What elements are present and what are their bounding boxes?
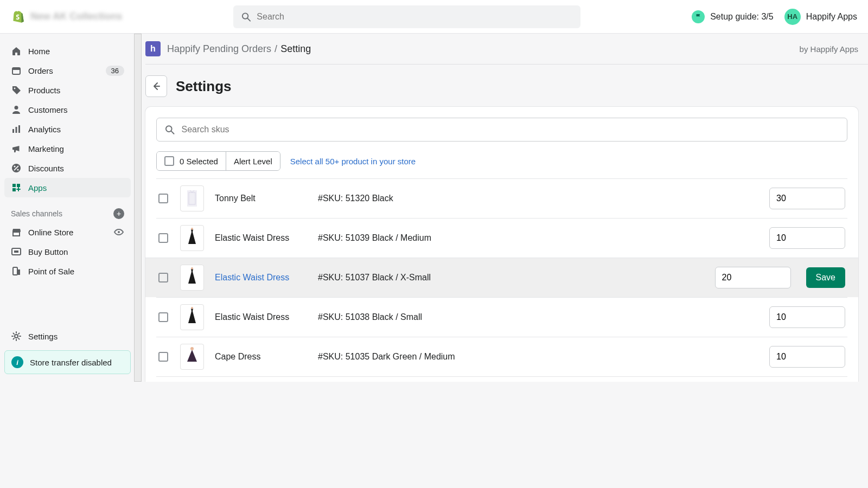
settings-card: 0 Selected Alert Level Select all 50+ pr… <box>145 107 858 382</box>
add-channel-button[interactable]: + <box>113 208 124 219</box>
gear-icon <box>11 331 22 342</box>
checkbox-icon[interactable] <box>164 156 174 166</box>
product-row: Elastic Waist Dress #SKU: 51037 Black / … <box>145 258 858 297</box>
alert-level-button[interactable]: Alert Level <box>226 152 280 170</box>
row-checkbox[interactable] <box>158 194 168 203</box>
row-checkbox[interactable] <box>158 352 168 362</box>
row-checkbox[interactable] <box>158 273 168 282</box>
orders-icon <box>11 65 22 76</box>
nav-badge: 36 <box>106 66 124 76</box>
channel-item-label: Online Store <box>28 228 73 237</box>
sidebar-item-label: Analytics <box>28 125 61 134</box>
sidebar-item-settings[interactable]: Settings <box>4 326 131 346</box>
sidebar-item-orders[interactable]: Orders36 <box>4 61 131 80</box>
sales-channels-label: Sales channels <box>11 209 62 218</box>
global-search[interactable] <box>233 5 580 28</box>
sku-search-input[interactable] <box>182 125 840 134</box>
selected-count-label: 0 Selected <box>180 157 218 166</box>
qty-input[interactable] <box>715 267 791 288</box>
product-sku: #SKU: 51038 Black / Small <box>318 312 769 322</box>
setup-guide-text: Setup guide: 3/5 <box>710 12 774 22</box>
by-line: by Happify Apps <box>800 44 858 54</box>
channel-item-label: Point of Sale <box>28 267 74 276</box>
alert-level-label: Alert Level <box>234 157 272 166</box>
product-row: Cape Dress #SKU: 51035 Dark Green / Medi… <box>156 337 847 376</box>
home-icon <box>11 46 22 56</box>
channel-item-label: Buy Button <box>28 247 68 256</box>
sku-search[interactable] <box>156 118 847 142</box>
back-arrow-icon <box>151 81 162 92</box>
qty-input[interactable] <box>769 227 845 249</box>
product-thumb <box>180 185 204 211</box>
sidebar-item-label: Home <box>28 47 50 56</box>
page-title: Settings <box>176 78 232 95</box>
product-sku: #SKU: 51320 Black <box>318 194 769 203</box>
flag-icon <box>692 10 705 23</box>
product-name: Elastic Waist Dress <box>215 312 318 322</box>
global-search-input[interactable] <box>257 12 573 22</box>
sidebar: Home Orders36 Products Customers Analyti… <box>0 34 136 382</box>
qty-input[interactable] <box>769 188 845 209</box>
sidebar-item-analytics[interactable]: Analytics <box>4 119 131 139</box>
selected-count-button[interactable]: 0 Selected <box>157 152 226 170</box>
topbar-right: Setup guide: 3/5 HA Happify Apps <box>692 9 857 25</box>
row-checkbox[interactable] <box>158 233 168 243</box>
product-row: Cape Dress #SKU: 51032 Black / X-Small <box>156 376 847 382</box>
eye-icon[interactable] <box>113 227 124 237</box>
product-thumb <box>180 344 204 370</box>
app-breadcrumb: h Happify Pending Orders / Setting by Ha… <box>145 34 868 65</box>
info-icon: i <box>11 356 23 368</box>
setup-guide[interactable]: Setup guide: 3/5 <box>692 10 774 23</box>
product-row: Elastic Waist Dress #SKU: 51038 Black / … <box>156 297 847 337</box>
qty-input[interactable] <box>769 306 845 328</box>
save-button[interactable]: Save <box>806 267 845 288</box>
sidebar-item-home[interactable]: Home <box>4 41 131 61</box>
sidebar-item-label: Apps <box>28 183 47 192</box>
channel-item-online-store[interactable]: Online Store <box>4 222 131 242</box>
qty-input[interactable] <box>769 346 845 368</box>
transfer-notice[interactable]: i Store transfer disabled <box>4 350 131 374</box>
product-thumb <box>180 225 204 251</box>
channel-item-buy-button[interactable]: Buy Button <box>4 242 131 261</box>
breadcrumb-app[interactable]: Happify Pending Orders <box>167 43 271 55</box>
search-icon <box>241 11 251 22</box>
sidebar-item-label: Marketing <box>28 144 64 153</box>
product-name[interactable]: Elastic Waist Dress <box>215 273 318 282</box>
sidebar-item-label: Settings <box>28 332 58 341</box>
store-name: New AK Collections <box>30 11 122 22</box>
percent-icon <box>11 163 22 174</box>
product-sku: #SKU: 51035 Dark Green / Medium <box>318 352 769 362</box>
product-row: Elastic Waist Dress #SKU: 51039 Black / … <box>156 218 847 258</box>
store-logo[interactable]: New AK Collections <box>11 10 122 24</box>
bars-icon <box>11 124 22 134</box>
sidebar-item-apps[interactable]: Apps <box>4 178 131 197</box>
product-sku: #SKU: 51039 Black / Medium <box>318 233 769 243</box>
tag-icon <box>11 85 22 95</box>
sidebar-item-marketing[interactable]: Marketing <box>4 139 131 158</box>
user-name: Happify Apps <box>806 12 857 22</box>
channel-item-point-of-sale[interactable]: Point of Sale <box>4 261 131 281</box>
product-row: Tonny Belt #SKU: 51320 Black <box>156 178 847 218</box>
segmented-group: 0 Selected Alert Level <box>156 151 280 171</box>
select-all-link[interactable]: Select all 50+ product in your store <box>290 157 416 166</box>
back-button[interactable] <box>145 75 167 97</box>
topbar: New AK Collections Setup guide: 3/5 HA H… <box>0 0 868 34</box>
avatar: HA <box>784 9 801 25</box>
app-logo-icon: h <box>145 41 161 56</box>
pos-icon <box>11 266 22 277</box>
sidebar-item-products[interactable]: Products <box>4 80 131 100</box>
product-name: Tonny Belt <box>215 194 318 203</box>
user-icon <box>11 104 22 115</box>
row-checkbox[interactable] <box>158 312 168 322</box>
user-menu[interactable]: HA Happify Apps <box>784 9 857 25</box>
sidebar-item-customers[interactable]: Customers <box>4 100 131 119</box>
product-name: Cape Dress <box>215 352 318 362</box>
breadcrumb-current: Setting <box>280 43 311 55</box>
sidebar-item-discounts[interactable]: Discounts <box>4 158 131 178</box>
product-thumb <box>180 265 204 291</box>
sidebar-item-label: Discounts <box>28 164 64 173</box>
sidebar-item-label: Orders <box>28 66 53 75</box>
product-sku: #SKU: 51037 Black / X-Small <box>318 273 715 282</box>
apps-icon <box>11 182 22 193</box>
mega-icon <box>11 143 22 154</box>
